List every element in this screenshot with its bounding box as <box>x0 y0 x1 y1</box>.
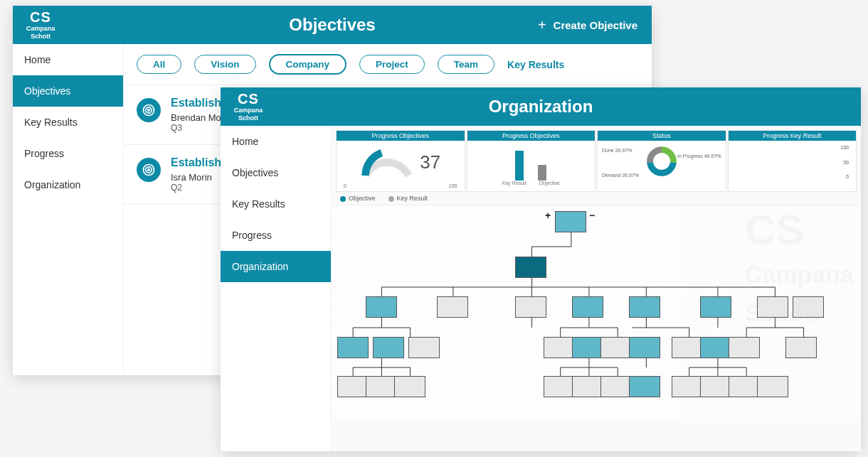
tree-node[interactable] <box>793 296 824 318</box>
sidebar-item-organization[interactable]: Organization <box>13 169 123 200</box>
tree-node[interactable] <box>757 296 788 318</box>
sidebar-item-objectives[interactable]: Objectives <box>13 75 123 107</box>
gauge-value: 37 <box>420 151 440 173</box>
logo-text: CS <box>30 10 51 24</box>
card-bars: Progress Objectives Key Result Objective <box>467 130 596 192</box>
tree-node[interactable] <box>515 296 546 318</box>
legend: Objective Key Result <box>332 192 861 205</box>
keyresults-link[interactable]: Key Results <box>507 59 564 70</box>
tab-project[interactable]: Project <box>359 55 425 74</box>
org-tree[interactable]: + − <box>332 205 861 419</box>
logo-sub2: Schott <box>31 33 51 40</box>
sidebar: Home Objectives Key Results Progress Org… <box>13 44 124 375</box>
bar-chart <box>467 141 596 181</box>
swatch-icon <box>388 196 394 202</box>
swatch-icon <box>340 196 346 202</box>
organization-window: CS Campana Schott Organization Home Obje… <box>221 87 861 451</box>
tree-node[interactable] <box>700 296 731 318</box>
brand-logo: CS Campana Schott <box>221 87 276 126</box>
brand-logo: CS Campana Schott <box>13 6 68 44</box>
tree-node[interactable] <box>544 337 575 358</box>
tree-node[interactable] <box>672 337 703 358</box>
sidebar-item-organization[interactable]: Organization <box>221 251 331 282</box>
sidebar-item-progress[interactable]: Progress <box>13 138 123 169</box>
sidebar-item-home[interactable]: Home <box>13 44 123 75</box>
sidebar-item-objectives[interactable]: Objectives <box>221 157 331 188</box>
card-status: Status Done 26.67% In Progress 46.67% De… <box>597 130 726 192</box>
sidebar-item-progress[interactable]: Progress <box>221 220 331 251</box>
header: CS Campana Schott Objectives + Create Ob… <box>13 6 652 44</box>
tree-node[interactable] <box>572 376 603 397</box>
tree-node[interactable] <box>600 337 632 358</box>
tree-node[interactable] <box>373 337 404 358</box>
tree-node[interactable] <box>757 376 788 397</box>
sidebar-item-home[interactable]: Home <box>221 126 331 157</box>
filter-tabs: All Vision Company Project Team Key Resu… <box>124 44 652 85</box>
tree-node[interactable] <box>785 337 817 358</box>
header: CS Campana Schott Organization <box>221 87 861 126</box>
svg-point-5 <box>148 169 150 171</box>
tree-node[interactable] <box>629 337 660 358</box>
create-objective-label: Create Objective <box>554 19 637 31</box>
tree-node[interactable] <box>729 376 760 397</box>
svg-point-2 <box>148 109 150 112</box>
tree-node[interactable] <box>629 376 660 397</box>
card-gauge: Progress Objectives 37 0 100 <box>336 130 465 192</box>
target-icon <box>137 98 161 122</box>
gauge-chart <box>360 145 414 179</box>
plus-icon: + <box>538 17 546 33</box>
sidebar: Home Objectives Key Results Progress Org… <box>221 126 332 451</box>
tree-node[interactable] <box>700 376 731 397</box>
tree-node[interactable] <box>544 376 575 397</box>
tab-team[interactable]: Team <box>438 55 494 74</box>
sidebar-item-keyresults[interactable]: Key Results <box>13 107 123 138</box>
tab-vision[interactable]: Vision <box>194 55 255 74</box>
create-objective-button[interactable]: + Create Objective <box>538 17 637 33</box>
card-keyresult: Progress Key Result 100 50 0 <box>728 130 857 192</box>
org-content: CSCampanaSchott Progress Objectives 37 <box>332 126 861 451</box>
tree-node[interactable] <box>408 337 440 358</box>
page-title: Organization <box>221 97 861 117</box>
tree-node[interactable] <box>337 337 369 358</box>
tree-node[interactable] <box>515 257 546 278</box>
tree-node[interactable] <box>729 337 760 358</box>
summary-cards: Progress Objectives 37 0 100 <box>332 126 861 192</box>
logo-sub2: Schott <box>238 115 258 122</box>
sidebar-item-keyresults[interactable]: Key Results <box>221 188 331 220</box>
tree-node[interactable] <box>600 376 632 397</box>
target-icon <box>137 158 161 182</box>
tree-node[interactable] <box>672 376 703 397</box>
tree-node[interactable] <box>629 296 660 318</box>
tree-node[interactable] <box>555 211 586 232</box>
tab-all[interactable]: All <box>137 55 181 74</box>
logo-sub1: Campana <box>26 26 55 32</box>
tree-node[interactable] <box>366 376 397 397</box>
tab-company[interactable]: Company <box>269 54 347 75</box>
donut-chart <box>645 145 678 178</box>
logo-sub1: Campana <box>234 107 263 114</box>
tree-node[interactable] <box>337 376 369 397</box>
tree-node[interactable] <box>700 337 731 358</box>
logo-text: CS <box>238 92 259 106</box>
axis-chart: 100 50 0 <box>729 141 857 183</box>
tree-node[interactable] <box>572 337 603 358</box>
tree-node[interactable] <box>572 296 603 318</box>
tree-node[interactable] <box>437 296 468 318</box>
tree-node[interactable] <box>366 296 397 318</box>
tree-node[interactable] <box>394 376 425 397</box>
